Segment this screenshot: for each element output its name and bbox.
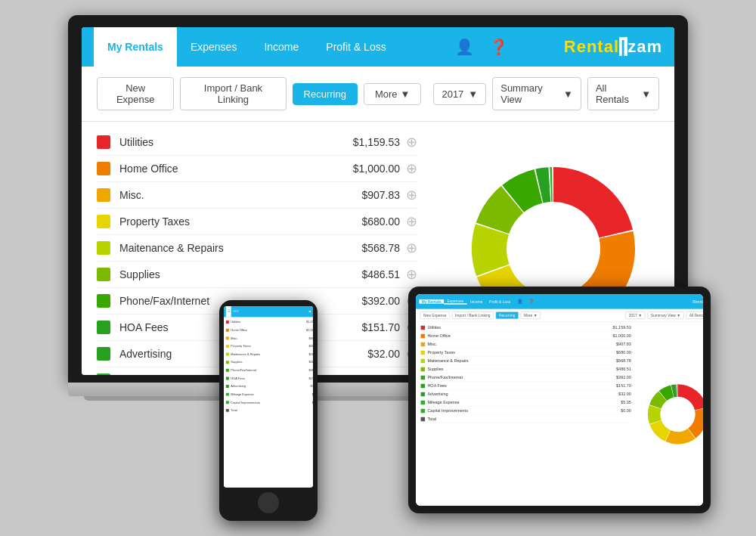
phone-expense-row: Capital Improvements $0.00	[226, 398, 313, 407]
phone-name-0: Utilities	[231, 321, 306, 324]
phone-amount-0: $1,159.53	[306, 321, 313, 324]
phone-color-0	[226, 321, 229, 324]
tablet-amount-0: $1,159.53	[612, 325, 631, 330]
tablet-name-11: Total	[427, 417, 631, 421]
phone-color-2	[226, 336, 229, 339]
tablet-color-6	[421, 376, 426, 380]
phone-color-8	[226, 385, 229, 388]
tablet-amount-4: $568.78	[616, 358, 631, 363]
expense-amount-5: $486.51	[361, 268, 400, 280]
phone-year: 2017	[231, 310, 241, 313]
view-chevron-icon: ▼	[563, 88, 573, 100]
phone-screen: ☰ 2017 ◀ ▶ ＋ Utilities $1,159.53 Home Of…	[224, 306, 313, 488]
tablet-nav-active: Expenses	[444, 299, 467, 304]
phone-name-11: Total	[231, 409, 313, 413]
phone-app-container: ☰ 2017 ◀ ▶ ＋ Utilities $1,159.53 Home Of…	[224, 306, 313, 488]
phone-name-1: Home Office	[231, 328, 306, 332]
tablet-expense-row: Property Taxes $680.00	[421, 349, 631, 357]
nav-profit-loss[interactable]: Profit & Loss	[312, 27, 399, 67]
tablet-brand: Rental|zam	[692, 299, 703, 305]
expense-color-1	[97, 162, 110, 175]
add-expense-icon-1[interactable]: ⊕	[406, 162, 417, 175]
phone-expense-row: Phone/Fax/Internet $392.00	[226, 367, 313, 375]
add-expense-icon-3[interactable]: ⊕	[406, 215, 417, 228]
tablet-expense-row: Misc. $907.83	[421, 340, 631, 349]
phone-color-1	[226, 329, 229, 332]
tablet-name-0: Utilities	[427, 325, 612, 330]
phone-amount-4: $568.78	[308, 352, 313, 356]
phone-name-3: Property Taxes	[231, 345, 308, 349]
tablet-name-8: Advertising	[427, 392, 618, 396]
phone-expense-row: Misc. $907.83	[226, 334, 313, 342]
tablet-expense-list: Utilities $1,159.53 Home Office $1,000.0…	[416, 322, 637, 506]
tablet-name-9: Mileage Expense	[427, 400, 621, 404]
phone-name-8: Advertising	[231, 385, 310, 389]
nav-my-rentals[interactable]: My Rentals	[94, 27, 177, 67]
phone-expense-row: HOA Fees $151.70	[226, 374, 313, 383]
add-expense-icon-5[interactable]: ⊕	[406, 268, 417, 281]
phone-amount-2: $907.83	[308, 336, 313, 340]
expense-color-3	[97, 215, 110, 228]
add-expense-icon-4[interactable]: ⊕	[406, 241, 417, 255]
phone-name-4: Maitenance & Repairs	[231, 352, 308, 356]
tablet-expense-row: HOA Fees $151.70	[421, 382, 631, 390]
more-button[interactable]: More ▼	[364, 83, 422, 105]
new-expense-button[interactable]: New Expense	[97, 77, 174, 110]
tablet-rentals-select: All Rentals ▼	[686, 311, 703, 319]
more-chevron-icon: ▼	[401, 88, 411, 100]
tablet-color-7	[421, 384, 426, 389]
tablet-amount-2: $907.83	[616, 342, 631, 346]
phone-name-7: HOA Fees	[231, 376, 308, 380]
tablet-amount-5: $486.51	[616, 367, 631, 371]
phone-list: Utilities $1,159.53 Home Office $1,000.0…	[224, 317, 313, 487]
tablet-screen: My Rentals Expenses Income Profit & Loss…	[416, 294, 703, 506]
tablet-name-5: Supplies	[427, 367, 616, 371]
phone: ☰ 2017 ◀ ▶ ＋ Utilities $1,159.53 Home Of…	[219, 300, 318, 521]
recurring-button[interactable]: Recurring	[293, 83, 358, 105]
expense-amount-2: $907.83	[361, 189, 400, 201]
expense-amount-0: $1,159.53	[353, 136, 400, 148]
view-select[interactable]: Summary View ▼	[492, 77, 581, 110]
chart-segment	[677, 384, 677, 397]
phone-amount-6: $392.00	[308, 368, 313, 372]
nav-expenses[interactable]: Expenses	[177, 27, 250, 67]
rentals-select[interactable]: All Rentals ▼	[587, 77, 659, 110]
add-expense-icon-2[interactable]: ⊕	[406, 188, 417, 202]
tablet-expense-row: Maitenance & Repairs $568.78	[421, 357, 631, 365]
phone-expense-row: Total	[226, 407, 313, 415]
expense-amount-1: $1,000.00	[353, 163, 400, 175]
more-label: More	[375, 88, 398, 100]
phone-amount-3: $680.00	[308, 345, 313, 349]
phone-color-10	[226, 401, 229, 404]
brand-text1: Rental	[564, 37, 619, 56]
phone-expense-row: Maitenance & Repairs $568.78	[226, 350, 313, 358]
expense-color-5	[97, 268, 110, 281]
tablet-color-0	[421, 326, 426, 330]
tablet-name-2: Misc.	[427, 342, 616, 346]
expense-color-2	[97, 188, 110, 202]
year-select[interactable]: 2017 ▼	[433, 83, 486, 105]
expense-row: Supplies $486.51 ⊕	[97, 262, 417, 288]
nav-income[interactable]: Income	[250, 27, 312, 67]
user-icon[interactable]: 👤	[448, 38, 482, 56]
phone-amount-10: $0.00	[312, 401, 313, 404]
add-expense-icon-0[interactable]: ⊕	[406, 135, 417, 149]
expense-color-4	[97, 241, 110, 255]
expense-amount-3: $680.00	[361, 215, 400, 228]
import-bank-button[interactable]: Import / Bank Linking	[180, 77, 286, 110]
expense-color-9	[97, 373, 110, 375]
tablet-expense-row: Utilities $1,159.53	[421, 324, 631, 332]
tablet-more-btn: More ▼	[521, 311, 541, 319]
rentals-chevron-icon: ▼	[641, 88, 651, 100]
tablet-name-6: Phone/Fax/Internet	[427, 375, 616, 380]
year-chevron-icon: ▼	[468, 88, 478, 100]
phone-color-9	[226, 393, 229, 396]
expense-amount-6: $392.00	[361, 295, 400, 307]
tablet-amount-9: $5.35	[621, 400, 631, 404]
phone-home-button[interactable]	[258, 492, 279, 513]
tablet-name-1: Home Office	[427, 333, 612, 338]
help-icon[interactable]: ❓	[482, 38, 516, 56]
phone-expense-row: Advertising $32.00	[226, 383, 313, 391]
tablet-help-icon: ❓	[526, 299, 537, 304]
tablet-amount-7: $151.70	[616, 383, 631, 388]
